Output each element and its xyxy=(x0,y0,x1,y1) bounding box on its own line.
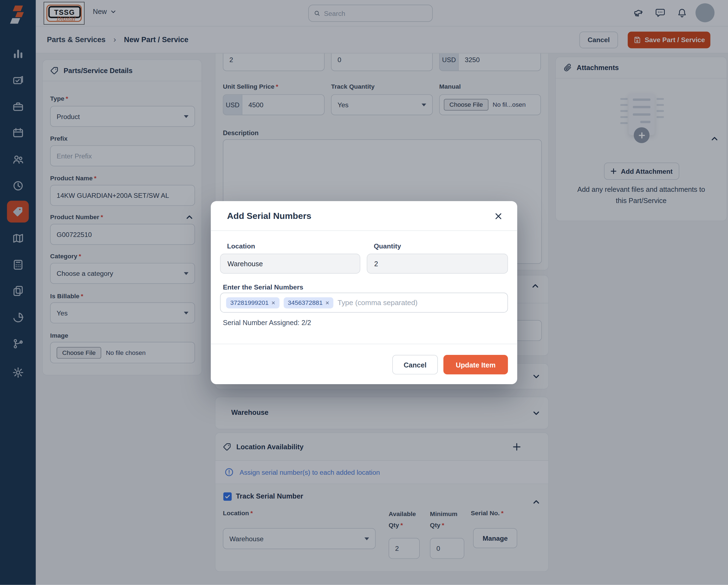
app-root: TSSG Digital New Parts & Services › New … xyxy=(0,0,728,585)
serials-entry-label: Enter the Serial Numbers xyxy=(223,283,303,291)
serial-chip: 3456372881× xyxy=(284,297,333,308)
modal-location-label: Location xyxy=(227,243,255,250)
serials-input-box[interactable]: 37281999201× 3456372881× xyxy=(220,293,508,313)
modal-quantity-value: 2 xyxy=(374,260,378,268)
modal-cancel-button[interactable]: Cancel xyxy=(392,355,438,374)
serial-chip: 37281999201× xyxy=(226,297,280,308)
close-icon[interactable] xyxy=(494,212,502,220)
modal-location-field: Warehouse xyxy=(220,254,360,274)
serial-chip-value: 37281999201 xyxy=(230,299,268,306)
update-item-label: Update Item xyxy=(456,361,496,368)
modal-title: Add Serial Numbers xyxy=(227,211,311,221)
serials-text-input[interactable] xyxy=(337,293,502,312)
serial-chip-value: 3456372881 xyxy=(288,299,322,306)
serials-assigned-status: Serial Number Assigned: 2/2 xyxy=(223,319,311,327)
modal-location-value: Warehouse xyxy=(228,260,263,268)
modal-quantity-label: Quantity xyxy=(374,243,401,250)
modal-cancel-label: Cancel xyxy=(404,361,426,368)
chip-remove-icon[interactable]: × xyxy=(326,299,329,306)
add-serial-numbers-modal: Add Serial Numbers Location Quantity War… xyxy=(211,201,517,384)
chip-remove-icon[interactable]: × xyxy=(271,299,275,306)
modal-quantity-field: 2 xyxy=(367,254,508,274)
update-item-button[interactable]: Update Item xyxy=(443,355,508,374)
